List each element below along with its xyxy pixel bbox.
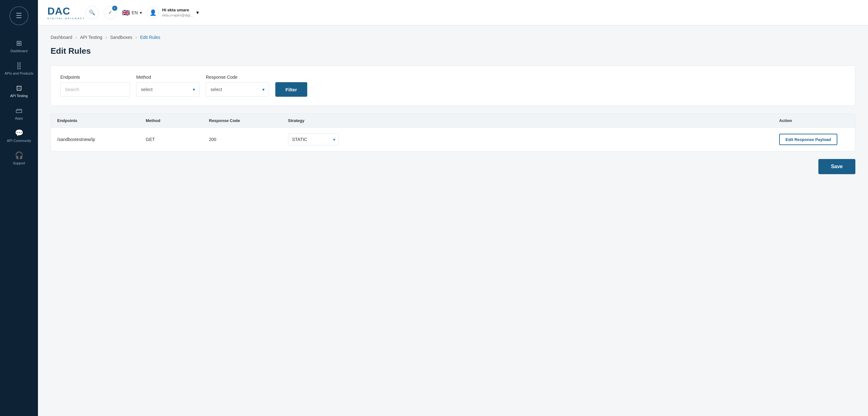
logo-main: DAC <box>48 5 85 17</box>
sidebar-item-label: Apps <box>15 116 23 120</box>
breadcrumb-sep-1: › <box>75 35 77 40</box>
col-header-strategy: Strategy <box>288 118 779 123</box>
response-code-select[interactable]: select 200 201 400 401 404 500 <box>206 82 269 97</box>
user-info[interactable]: 👤 Hi ekta umare ekta.u+apim@digi... ▾ <box>147 7 199 19</box>
dashboard-icon: ⊞ <box>16 39 22 47</box>
sidebar-item-label: API Community <box>7 139 31 142</box>
language-code: EN <box>132 10 138 15</box>
community-icon: 💬 <box>15 129 23 137</box>
sidebar-item-label: Dashboard <box>10 49 28 53</box>
endpoints-field: Endpoints <box>60 74 130 97</box>
method-select[interactable]: select GET POST PUT DELETE PATCH <box>136 82 199 97</box>
col-header-action: Action <box>779 118 849 123</box>
col-header-endpoints: Endpoints <box>57 118 146 123</box>
response-code-select-wrap: select 200 201 400 401 404 500 ▾ <box>206 82 269 97</box>
response-code-label: Response Code <box>206 74 269 79</box>
search-button[interactable]: 🔍 <box>85 6 99 19</box>
response-code-field: Response Code select 200 201 400 401 404… <box>206 74 269 97</box>
sidebar-item-dashboard[interactable]: ⊞ Dashboard <box>0 35 38 57</box>
avatar: 👤 <box>147 7 159 19</box>
filter-button[interactable]: Filter <box>275 82 307 97</box>
apps-icon: 🗃 <box>16 106 23 115</box>
table-card: Endpoints Method Response Code Strategy … <box>51 114 855 152</box>
topbar-logo: DAC DIGITAL APICRAFT <box>48 5 85 20</box>
sidebar-item-apps[interactable]: 🗃 Apps <box>0 102 38 125</box>
content: Dashboard › API Testing › Sandboxes › Ed… <box>38 25 868 416</box>
cell-strategy: STATIC DYNAMIC ▾ <box>288 133 779 146</box>
user-chevron-icon: ▾ <box>196 9 199 15</box>
api-testing-icon: ⊡ <box>16 84 22 92</box>
menu-icon: ☰ <box>16 12 22 20</box>
topbar-right: 🔍 ✓ 0 🇬🇧 EN ▾ 👤 Hi ekta umare ekta.u+api… <box>85 6 199 19</box>
save-button[interactable]: Save <box>818 159 855 174</box>
user-name: Hi ekta umare <box>162 8 193 13</box>
breadcrumb-sandboxes[interactable]: Sandboxes <box>110 35 132 40</box>
sidebar-item-label: APIs and Products <box>4 71 33 75</box>
notifications-button[interactable]: ✓ 0 <box>104 6 117 19</box>
sidebar: ☰ ⊞ Dashboard ⣿ APIs and Products ⊡ API … <box>0 0 38 416</box>
user-text: Hi ekta umare ekta.u+apim@digi... <box>162 8 193 18</box>
sidebar-item-api-testing[interactable]: ⊡ API Testing <box>0 79 38 102</box>
main-area: DAC DIGITAL APICRAFT 🔍 ✓ 0 🇬🇧 EN ▾ 👤 <box>38 0 868 416</box>
support-icon: 🎧 <box>15 152 23 160</box>
strategy-select-wrap: STATIC DYNAMIC ▾ <box>288 133 339 146</box>
table-row: /sandboxtestnew/ip GET 200 STATIC DYNAMI… <box>51 128 855 151</box>
breadcrumb-sep-2: › <box>105 35 107 40</box>
col-header-method: Method <box>146 118 209 123</box>
sidebar-menu-icon[interactable]: ☰ <box>9 6 28 25</box>
sidebar-item-community[interactable]: 💬 API Community <box>0 125 38 147</box>
col-header-response-code: Response Code <box>209 118 288 123</box>
flag-icon: 🇬🇧 <box>122 9 130 17</box>
topbar: DAC DIGITAL APICRAFT 🔍 ✓ 0 🇬🇧 EN ▾ 👤 <box>38 0 868 25</box>
language-selector[interactable]: 🇬🇧 EN ▾ <box>122 9 142 17</box>
page-title: Edit Rules <box>51 46 855 56</box>
apis-icon: ⣿ <box>17 62 22 70</box>
method-label: Method <box>136 74 199 79</box>
endpoints-label: Endpoints <box>60 74 130 79</box>
user-icon: 👤 <box>150 9 156 16</box>
cell-method: GET <box>146 137 209 142</box>
notifications-badge: 0 <box>112 6 117 11</box>
strategy-select[interactable]: STATIC DYNAMIC <box>288 133 339 146</box>
breadcrumb: Dashboard › API Testing › Sandboxes › Ed… <box>51 35 855 40</box>
language-chevron-icon: ▾ <box>140 10 142 15</box>
method-field: Method select GET POST PUT DELETE PATCH … <box>136 74 199 97</box>
cell-endpoint: /sandboxtestnew/ip <box>57 137 146 142</box>
logo-sub: DIGITAL APICRAFT <box>48 17 85 20</box>
filter-row: Endpoints Method select GET POST PUT DEL… <box>60 74 845 97</box>
sidebar-item-apis[interactable]: ⣿ APIs and Products <box>0 57 38 79</box>
edit-response-payload-button[interactable]: Edit Response Payload <box>779 134 837 145</box>
breadcrumb-sep-3: › <box>135 35 137 40</box>
endpoints-input[interactable] <box>60 82 130 97</box>
breadcrumb-edit-rules: Edit Rules <box>140 35 160 40</box>
sidebar-item-label: Support <box>13 161 25 165</box>
save-area: Save <box>51 152 855 177</box>
notifications-icon: ✓ <box>108 9 112 15</box>
cell-action: Edit Response Payload <box>779 134 849 145</box>
table-header-row: Endpoints Method Response Code Strategy … <box>51 114 855 128</box>
user-email: ekta.u+apim@digi... <box>162 13 193 18</box>
breadcrumb-api-testing[interactable]: API Testing <box>80 35 102 40</box>
breadcrumb-dashboard[interactable]: Dashboard <box>51 35 72 40</box>
method-select-wrap: select GET POST PUT DELETE PATCH ▾ <box>136 82 199 97</box>
filter-card: Endpoints Method select GET POST PUT DEL… <box>51 65 855 106</box>
sidebar-item-support[interactable]: 🎧 Support <box>0 147 38 169</box>
cell-response-code: 200 <box>209 137 288 142</box>
sidebar-item-label: API Testing <box>10 94 28 98</box>
search-icon: 🔍 <box>89 9 95 15</box>
